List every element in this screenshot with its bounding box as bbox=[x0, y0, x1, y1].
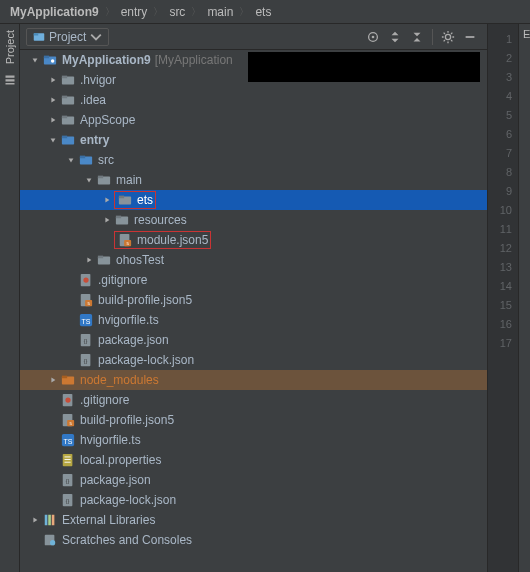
scratches-icon bbox=[42, 532, 58, 548]
folder-icon bbox=[96, 252, 112, 268]
tree-label: package-lock.json bbox=[80, 493, 176, 507]
props-icon bbox=[60, 452, 76, 468]
gear-icon[interactable] bbox=[440, 29, 456, 45]
line-number: 7 bbox=[488, 144, 518, 163]
tree-item-resources[interactable]: resources bbox=[20, 210, 487, 230]
chevron-down-icon[interactable] bbox=[30, 55, 40, 65]
tree-item-src[interactable]: src bbox=[20, 150, 487, 170]
crumb-entry[interactable]: entry bbox=[119, 5, 150, 19]
tree-item-package-lock-entry[interactable]: {}package-lock.json bbox=[20, 350, 487, 370]
chevron-down-icon bbox=[90, 31, 102, 43]
tree-label: .idea bbox=[80, 93, 106, 107]
line-number: 3 bbox=[488, 68, 518, 87]
gitignore-icon bbox=[78, 272, 94, 288]
line-number: 1 bbox=[488, 30, 518, 49]
line-number: 2 bbox=[488, 49, 518, 68]
collapse-all-icon[interactable] bbox=[409, 29, 425, 45]
tree-item-hvigorfile-root[interactable]: TShvigorfile.ts bbox=[20, 430, 487, 450]
chevron-right-icon[interactable] bbox=[102, 215, 112, 225]
arrow-spacer bbox=[102, 235, 112, 245]
crumb-main[interactable]: main bbox=[205, 5, 235, 19]
svg-rect-55 bbox=[65, 459, 71, 460]
chevron-right-icon[interactable] bbox=[48, 95, 58, 105]
tree-item-entry[interactable]: entry bbox=[20, 130, 487, 150]
line-number: 17 bbox=[488, 334, 518, 353]
svg-rect-4 bbox=[34, 33, 39, 35]
chevron-right-icon[interactable] bbox=[30, 515, 40, 525]
editor-tab-hint: En bbox=[523, 28, 530, 40]
tree-item-idea[interactable]: .idea bbox=[20, 90, 487, 110]
hide-icon[interactable] bbox=[462, 29, 478, 45]
chevron-right-icon[interactable] bbox=[48, 75, 58, 85]
line-number: 10 bbox=[488, 201, 518, 220]
line-number: 8 bbox=[488, 163, 518, 182]
chevron-down-icon[interactable] bbox=[84, 175, 94, 185]
tree-item-hvigorfile-entry[interactable]: TShvigorfile.ts bbox=[20, 310, 487, 330]
tree-item-external-libraries[interactable]: External Libraries bbox=[20, 510, 487, 530]
svg-rect-25 bbox=[119, 196, 124, 199]
tree-label: src bbox=[98, 153, 114, 167]
svg-rect-62 bbox=[48, 515, 51, 526]
tree-label: ohosTest bbox=[116, 253, 164, 267]
arrow-spacer bbox=[66, 335, 76, 345]
json5-icon: 5 bbox=[78, 292, 94, 308]
module-icon bbox=[78, 152, 94, 168]
svg-rect-15 bbox=[62, 96, 67, 99]
tree-label: main bbox=[116, 173, 142, 187]
panel-view-dropdown[interactable]: Project bbox=[26, 28, 109, 46]
arrow-spacer bbox=[66, 315, 76, 325]
expand-all-icon[interactable] bbox=[387, 29, 403, 45]
tree-item-build-profile-entry[interactable]: 5build-profile.json5 bbox=[20, 290, 487, 310]
chevron-down-icon[interactable] bbox=[48, 135, 58, 145]
tree-item-module-json5[interactable]: 5module.json5 bbox=[20, 230, 487, 250]
tree-item-gitignore-root[interactable]: .gitignore bbox=[20, 390, 487, 410]
crumb-src[interactable]: src bbox=[167, 5, 187, 19]
tree-item-node-modules[interactable]: node_modules bbox=[20, 370, 487, 390]
tree-item-appscope[interactable]: AppScope bbox=[20, 110, 487, 130]
json-icon: {} bbox=[78, 352, 94, 368]
tree-item-package-root[interactable]: {}package.json bbox=[20, 470, 487, 490]
chevron-down-icon[interactable] bbox=[66, 155, 76, 165]
chevron-right-icon: 〉 bbox=[101, 5, 119, 19]
tree-label: local.properties bbox=[80, 453, 161, 467]
svg-point-6 bbox=[372, 35, 375, 38]
crumb-ets[interactable]: ets bbox=[253, 5, 273, 19]
tree-item-scratches[interactable]: Scratches and Consoles bbox=[20, 530, 487, 550]
tree-label: .hvigor bbox=[80, 73, 116, 87]
svg-rect-13 bbox=[62, 76, 67, 79]
chevron-right-icon: 〉 bbox=[235, 5, 253, 19]
tree-label: Scratches and Consoles bbox=[62, 533, 192, 547]
chevron-right-icon[interactable] bbox=[48, 375, 58, 385]
svg-text:{}: {} bbox=[84, 358, 88, 364]
svg-point-65 bbox=[50, 540, 55, 545]
json5-icon: 5 bbox=[117, 232, 133, 248]
tree-item-package-entry[interactable]: {}package.json bbox=[20, 330, 487, 350]
tree-item-package-lock-root[interactable]: {}package-lock.json bbox=[20, 490, 487, 510]
svg-text:TS: TS bbox=[82, 318, 91, 325]
tree-item-local-properties[interactable]: local.properties bbox=[20, 450, 487, 470]
chevron-right-icon[interactable] bbox=[102, 195, 112, 205]
svg-rect-0 bbox=[5, 76, 14, 78]
chevron-right-icon[interactable] bbox=[48, 115, 58, 125]
breadcrumb: MyApplication9 〉 entry 〉 src 〉 main 〉 et… bbox=[0, 0, 530, 24]
ts-icon: TS bbox=[78, 312, 94, 328]
tree-item-gitignore-entry[interactable]: .gitignore bbox=[20, 270, 487, 290]
tree-item-ohostest[interactable]: ohosTest bbox=[20, 250, 487, 270]
svg-point-34 bbox=[83, 277, 88, 282]
svg-point-7 bbox=[445, 34, 450, 39]
project-tool-tab[interactable]: Project bbox=[4, 30, 16, 64]
editor-tab-stub: TS En bbox=[518, 24, 530, 572]
chevron-right-icon[interactable] bbox=[84, 255, 94, 265]
tree-item-ets[interactable]: ets bbox=[20, 190, 487, 210]
panel-title: Project bbox=[49, 30, 86, 44]
svg-rect-63 bbox=[52, 515, 55, 526]
tree-label: node_modules bbox=[80, 373, 159, 387]
project-tree[interactable]: MyApplication9[MyApplication.hvigor.idea… bbox=[20, 50, 487, 572]
crumb-root[interactable]: MyApplication9 bbox=[8, 5, 101, 19]
select-opened-icon[interactable] bbox=[365, 29, 381, 45]
tree-item-main[interactable]: main bbox=[20, 170, 487, 190]
gitignore-icon bbox=[60, 392, 76, 408]
tree-item-build-profile-root[interactable]: 5build-profile.json5 bbox=[20, 410, 487, 430]
structure-icon[interactable] bbox=[4, 74, 16, 86]
project-icon bbox=[33, 31, 45, 43]
